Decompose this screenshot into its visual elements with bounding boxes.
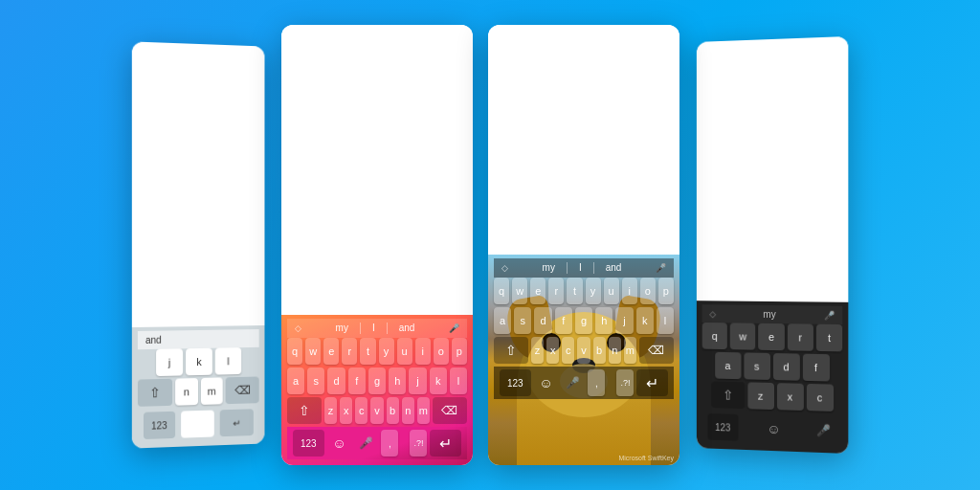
key-s-d[interactable]: s	[744, 352, 770, 380]
key-s-g[interactable]: s	[307, 368, 324, 394]
key-m-p[interactable]: m	[624, 337, 636, 364]
key-q-p[interactable]: q	[494, 278, 509, 304]
key-l[interactable]: l	[215, 347, 241, 374]
mic-suggestion-photo: 🎤	[656, 263, 666, 273]
key-y-p[interactable]: y	[586, 278, 601, 304]
key-o-p[interactable]: o	[640, 278, 656, 304]
key-t-p[interactable]: t	[567, 278, 582, 304]
key-x-p[interactable]: x	[546, 337, 559, 364]
key-c-d[interactable]: c	[806, 384, 833, 412]
key-f-p[interactable]: f	[555, 307, 572, 334]
key-q-g[interactable]: q	[287, 338, 302, 365]
key-q-d[interactable]: q	[702, 323, 727, 349]
key-v-p[interactable]: v	[577, 337, 590, 364]
backspace-gradient[interactable]: ⌫	[433, 397, 467, 424]
key-e-d[interactable]: e	[759, 323, 785, 350]
num-photo[interactable]: 123	[500, 369, 531, 396]
key-c-p[interactable]: c	[562, 337, 574, 364]
shift-gradient[interactable]: ⇧	[287, 397, 322, 424]
enter-light[interactable]: ↵	[220, 409, 254, 436]
key-b-p[interactable]: b	[593, 337, 606, 364]
key-n-p[interactable]: n	[609, 337, 621, 364]
key-t-g[interactable]: t	[360, 338, 375, 365]
key-x-d[interactable]: x	[776, 383, 803, 411]
shift-photo[interactable]: ⇧	[494, 337, 528, 364]
backspace-light[interactable]: ⌫	[226, 376, 259, 404]
key-o-g[interactable]: o	[434, 338, 449, 365]
punctuation-photo[interactable]: .?!	[616, 369, 634, 396]
backspace-photo[interactable]: ⌫	[639, 337, 674, 364]
key-u-p[interactable]: u	[604, 278, 619, 304]
key-c-g[interactable]: c	[355, 397, 368, 424]
key-w-d[interactable]: w	[730, 323, 756, 349]
emoji-gradient[interactable]: ☺	[327, 430, 351, 457]
comma-gradient[interactable]: ,	[381, 430, 398, 457]
num-gradient[interactable]: 123	[293, 430, 324, 457]
suggestion-bar-gradient: ◇ my I and 🎤	[287, 319, 467, 338]
comma-photo[interactable]: ,	[588, 369, 605, 396]
key-m-g[interactable]: m	[417, 397, 430, 424]
key-z-p[interactable]: z	[531, 337, 544, 364]
key-v-g[interactable]: v	[370, 397, 383, 424]
key-d-d[interactable]: d	[772, 353, 799, 381]
key-w-p[interactable]: w	[512, 278, 527, 304]
key-u-g[interactable]: u	[397, 338, 412, 365]
key-d-p[interactable]: d	[534, 307, 551, 334]
punctuation-gradient[interactable]: .?!	[410, 430, 427, 457]
shift-key-light[interactable]: ⇧	[138, 379, 172, 407]
key-g-p[interactable]: g	[575, 307, 592, 334]
keyboard-card-light: and j k l ⇧ n m ⌫ 123 ↵	[132, 41, 265, 448]
key-n-g[interactable]: n	[402, 397, 414, 424]
key-j[interactable]: j	[156, 348, 183, 376]
mic-dark-key[interactable]: 🎤	[810, 416, 836, 444]
key-r-p[interactable]: r	[548, 278, 564, 304]
mic-gradient[interactable]: 🎤	[354, 430, 378, 457]
key-f-d[interactable]: f	[802, 354, 829, 382]
key-i-g[interactable]: i	[415, 338, 431, 365]
key-t-d[interactable]: t	[816, 324, 843, 352]
key-g-g[interactable]: g	[368, 368, 386, 394]
key-j-p[interactable]: j	[615, 307, 633, 334]
key-l-p[interactable]: l	[657, 307, 674, 334]
key-w-g[interactable]: w	[305, 338, 321, 365]
suggestions-photo: my I and	[543, 262, 622, 274]
key-p-p[interactable]: p	[658, 278, 674, 304]
shift-dark[interactable]: ⇧	[711, 381, 745, 409]
suggestion-my-gradient: my	[336, 323, 348, 334]
key-r-d[interactable]: r	[787, 323, 813, 351]
key-h-p[interactable]: h	[595, 307, 612, 334]
emoji-photo[interactable]: ☺	[534, 369, 558, 396]
space-light[interactable]	[181, 411, 214, 438]
key-a-d[interactable]: a	[715, 352, 741, 379]
key-i-p[interactable]: i	[622, 278, 637, 304]
key-e-g[interactable]: e	[323, 338, 339, 365]
suggestion-my-photo: my	[543, 262, 555, 274]
key-z-d[interactable]: z	[747, 382, 774, 410]
key-e-p[interactable]: e	[530, 278, 546, 304]
key-s-p[interactable]: s	[514, 307, 531, 334]
key-d-g[interactable]: d	[327, 368, 345, 394]
key-z-g[interactable]: z	[324, 397, 337, 424]
key-k[interactable]: k	[186, 348, 212, 376]
key-r-g[interactable]: r	[342, 338, 357, 365]
key-y-g[interactable]: y	[379, 338, 394, 365]
key-l-g[interactable]: l	[450, 368, 467, 394]
enter-photo[interactable]: ↵	[636, 369, 668, 396]
key-k-p[interactable]: k	[636, 307, 654, 334]
key-f-g[interactable]: f	[348, 368, 366, 394]
mic-photo[interactable]: 🎤	[561, 369, 585, 396]
num-key-light[interactable]: 123	[144, 412, 175, 439]
key-x-g[interactable]: x	[340, 397, 352, 424]
key-b-g[interactable]: b	[387, 397, 399, 424]
key-n-light[interactable]: n	[175, 378, 197, 406]
key-k-g[interactable]: k	[430, 368, 447, 394]
key-a-g[interactable]: a	[287, 368, 304, 394]
key-p-g[interactable]: p	[452, 338, 467, 365]
key-a-p[interactable]: a	[494, 307, 511, 334]
key-h-g[interactable]: h	[389, 368, 406, 394]
key-m-light[interactable]: m	[200, 377, 222, 405]
num-dark[interactable]: 123	[707, 413, 738, 441]
emoji-dark[interactable]: ☺	[760, 415, 787, 443]
key-j-g[interactable]: j	[409, 368, 426, 394]
enter-gradient[interactable]: ↵	[430, 430, 461, 457]
